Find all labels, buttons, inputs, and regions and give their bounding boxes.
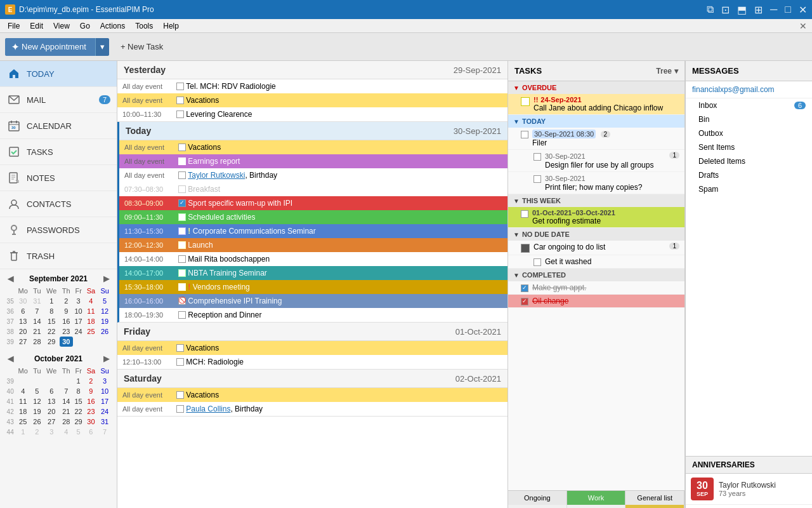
day-oct4[interactable]: 4: [15, 386, 30, 396]
day-sep25[interactable]: 25: [84, 326, 98, 337]
paula-link[interactable]: Paula Collins: [186, 404, 230, 413]
event-row[interactable]: 10:00–11:30 Levering Clearence: [117, 107, 508, 121]
tab-list4[interactable]: List 4: [625, 505, 684, 508]
day-nov4[interactable]: 4: [60, 427, 73, 437]
day-nov5[interactable]: 5: [73, 427, 84, 437]
event-row[interactable]: All day event Vacations: [117, 93, 508, 107]
day-sep2[interactable]: 2: [60, 296, 73, 306]
sidebar-item-today[interactable]: TODAY: [0, 61, 117, 87]
day-oct20[interactable]: 20: [44, 406, 60, 417]
sidebar-item-passwords[interactable]: PASSWORDS: [0, 217, 117, 243]
event-checkbox[interactable]: [176, 83, 184, 90]
day-sep9[interactable]: 9: [60, 306, 73, 316]
event-checkbox[interactable]: [178, 311, 186, 319]
event-row[interactable]: 08:30–09:00 Sport specific warm-up with …: [119, 196, 508, 210]
event-checkbox[interactable]: [176, 344, 184, 352]
day-oct13[interactable]: 13: [44, 396, 60, 406]
day-oct19[interactable]: 19: [30, 406, 43, 417]
day-sep29[interactable]: 29: [44, 337, 60, 347]
folder-outbox[interactable]: Outbox: [686, 126, 812, 140]
day-oct9[interactable]: 9: [84, 386, 98, 396]
tab-default-list[interactable]: Default list: [508, 505, 567, 508]
day-nov6[interactable]: 6: [84, 427, 98, 437]
tab-ongoing[interactable]: Ongoing: [508, 491, 567, 505]
day-sep6[interactable]: 6: [15, 306, 30, 316]
sidebar-item-mail[interactable]: MAIL 7: [0, 87, 117, 113]
day-oct11[interactable]: 11: [15, 396, 30, 406]
event-row[interactable]: All day event Vacations: [117, 388, 508, 402]
day-oct7[interactable]: 7: [60, 386, 73, 396]
day-sep26[interactable]: 26: [98, 326, 112, 337]
day-oct2[interactable]: 2: [84, 376, 98, 386]
day-oct8[interactable]: 8: [73, 386, 84, 396]
win-split[interactable]: ⬒: [737, 4, 747, 16]
day-oct1[interactable]: 1: [73, 376, 84, 386]
menu-actions[interactable]: Actions: [95, 20, 130, 32]
sidebar-item-tasks[interactable]: TASKS: [0, 139, 117, 165]
day-oct26[interactable]: 26: [30, 417, 43, 427]
new-appointment-button[interactable]: ✦ New Appointment ▾: [5, 38, 109, 56]
sidebar-item-notes[interactable]: NOTES: [0, 165, 117, 191]
dropdown-arrow-icon[interactable]: ▾: [95, 38, 109, 56]
anniversary-paula[interactable]: 2 OCT Paula Collins: [686, 505, 812, 508]
day-oct17[interactable]: 17: [98, 396, 112, 406]
day-sep20[interactable]: 20: [15, 326, 30, 337]
event-checkbox[interactable]: [178, 255, 186, 263]
day-sep7[interactable]: 7: [30, 306, 43, 316]
task-checkbox[interactable]: [521, 298, 528, 305]
event-row[interactable]: All day event Earnings report: [119, 154, 508, 168]
task-checkbox[interactable]: [534, 153, 541, 161]
day-oct3[interactable]: 3: [98, 376, 112, 386]
day-sep16[interactable]: 16: [60, 316, 73, 326]
folder-inbox[interactable]: Inbox 6: [686, 98, 812, 112]
sidebar-item-calendar[interactable]: 30 CALENDAR: [0, 113, 117, 139]
event-row[interactable]: 18:00–19:30 Reception and Dinner: [119, 308, 508, 322]
event-row[interactable]: All day event Vacations: [119, 140, 508, 154]
day-sep13[interactable]: 13: [15, 316, 30, 326]
day-nov2[interactable]: 2: [30, 427, 43, 437]
day-oct25[interactable]: 25: [15, 417, 30, 427]
day-sep5[interactable]: 5: [98, 296, 112, 306]
day-sep19[interactable]: 19: [98, 316, 112, 326]
folder-deleted[interactable]: Deleted Items: [686, 154, 812, 168]
event-checkbox[interactable]: [176, 391, 184, 399]
win-close[interactable]: ✕: [799, 4, 807, 16]
day-sep28[interactable]: 28: [30, 337, 43, 347]
tab-work[interactable]: Work: [567, 491, 626, 505]
day-aug31[interactable]: 31: [30, 296, 43, 306]
anniversary-taylor[interactable]: 30 SEP Taylor Rutkowski 73 years: [686, 474, 812, 505]
day-oct5[interactable]: 5: [30, 386, 43, 396]
win-restore[interactable]: ⧉: [707, 4, 714, 16]
win-maximize[interactable]: □: [785, 4, 791, 16]
folder-bin[interactable]: Bin: [686, 112, 812, 126]
event-row[interactable]: All day event Vacations: [117, 341, 508, 355]
task-group-overdue[interactable]: ▼ OVERDUE: [508, 81, 684, 94]
menu-view[interactable]: View: [48, 20, 75, 32]
day-sep8[interactable]: 8: [44, 306, 60, 316]
task-row[interactable]: Get it washed: [508, 255, 684, 269]
task-checkbox[interactable]: [534, 258, 541, 266]
task-checkbox[interactable]: [534, 175, 541, 183]
day-sep30[interactable]: 30: [60, 337, 73, 347]
day-sep23[interactable]: 23: [60, 326, 73, 337]
day-oct31[interactable]: 31: [98, 417, 112, 427]
task-checkbox[interactable]: [521, 97, 530, 106]
event-row[interactable]: 16:00–16:00 Comprehensive IPI Training: [119, 294, 508, 308]
task-row[interactable]: Car ongoing to do list 1: [508, 241, 684, 255]
event-checkbox[interactable]: [178, 157, 186, 165]
event-checkbox[interactable]: [178, 213, 186, 221]
folder-spam[interactable]: Spam: [686, 182, 812, 196]
day-oct16[interactable]: 16: [84, 396, 98, 406]
menu-help[interactable]: Help: [158, 20, 184, 32]
day-oct21[interactable]: 21: [60, 406, 73, 417]
event-checkbox[interactable]: [176, 110, 184, 118]
event-checkbox[interactable]: [178, 269, 186, 277]
day-oct22[interactable]: 22: [73, 406, 84, 417]
day-oct10[interactable]: 10: [98, 386, 112, 396]
menu-edit[interactable]: Edit: [25, 20, 48, 32]
event-checkbox[interactable]: [178, 144, 186, 151]
event-checkbox[interactable]: [178, 185, 186, 193]
task-checkbox[interactable]: [521, 244, 530, 253]
taylor-link[interactable]: Taylor Rutkowski: [188, 171, 245, 180]
task-group-nodue[interactable]: ▼ NO DUE DATE: [508, 228, 684, 241]
